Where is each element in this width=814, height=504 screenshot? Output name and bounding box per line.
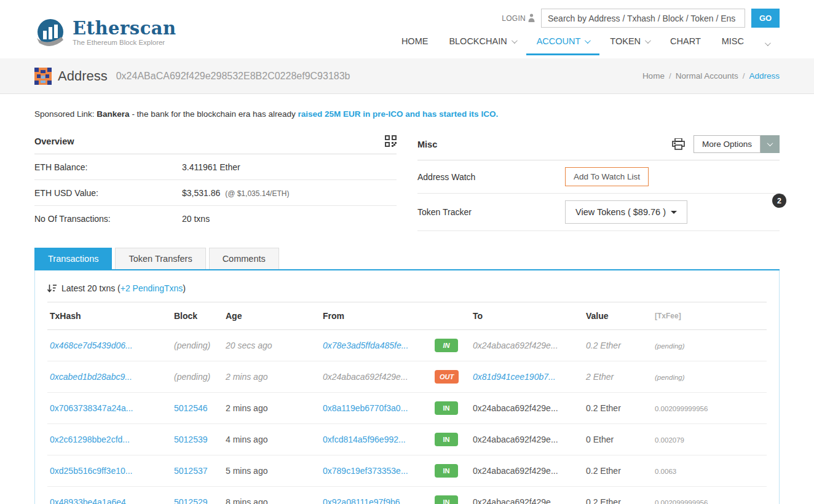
nav-item-label: HOME	[401, 36, 429, 46]
add-to-watch-list-button[interactable]: Add To Watch List	[565, 167, 649, 186]
block-link[interactable]: 5012546	[174, 403, 208, 413]
print-icon[interactable]	[672, 138, 685, 150]
address-identicon	[34, 68, 52, 85]
from-address-link[interactable]: 0xfcd814a5f96e992...	[323, 435, 406, 444]
misc-title: Misc	[417, 140, 437, 149]
breadcrumb-item-home[interactable]: Home	[642, 71, 665, 81]
transaction-row: 0x468ce7d5439d06...(pending)20 secs ago0…	[47, 330, 767, 361]
token-count-badge: 2	[772, 194, 786, 208]
eth-balance-label: ETH Balance:	[34, 162, 182, 172]
overview-title: Overview	[34, 136, 74, 146]
table-body: 0x468ce7d5439d06...(pending)20 secs ago0…	[47, 330, 767, 504]
direction-badge-in: IN	[435, 495, 458, 504]
login-link[interactable]: LOGIN	[502, 14, 535, 23]
direction-badge-in: IN	[435, 339, 458, 352]
brand-title: Etherscan	[73, 20, 176, 37]
chevron-down-icon	[585, 37, 591, 44]
nav-item-home[interactable]: HOME	[391, 36, 439, 55]
block-link[interactable]: 5012537	[174, 466, 208, 476]
block-link[interactable]: 5012529	[174, 497, 208, 504]
table-header-row: TxHashBlockAgeFromToValue[TxFee]	[47, 302, 767, 330]
more-options-dropdown[interactable]	[761, 135, 780, 153]
tab-token-transfers[interactable]: Token Transfers	[115, 248, 205, 269]
sort-descending-icon	[47, 284, 57, 293]
breadcrumb: Home/Normal Accounts/Address	[642, 71, 780, 81]
qr-code-icon[interactable]	[385, 135, 397, 147]
nav-item-blockchain[interactable]: BLOCKCHAIN	[438, 36, 526, 55]
transaction-row: 0xd25b516c9ff3e10...50125375 mins ago0x7…	[47, 455, 767, 487]
address-strip: Address 0x24ABaCA692f429e298532E8B2C0228…	[0, 58, 814, 94]
nav-item-chart[interactable]: CHART	[660, 36, 711, 55]
page-title: Address	[58, 68, 108, 84]
txhash-link[interactable]: 0xcabed1bd28abc9...	[50, 372, 132, 382]
eth-usd-row: ETH USD Value: $3,531.86 (@ $1,035.14/ET…	[34, 180, 397, 206]
chevron-down-icon	[765, 40, 771, 46]
nav-item-account[interactable]: ACCOUNT	[526, 36, 600, 55]
breadcrumb-item-address[interactable]: Address	[749, 71, 780, 81]
eth-balance-row: ETH Balance: 3.411961 Ether	[34, 154, 397, 180]
eth-usd-value: $3,531.86	[182, 188, 220, 198]
overview-panel: Overview ETH Balance: 3.411961 Ether ETH…	[34, 130, 397, 232]
from-address-link[interactable]: 0x92a08111e97f9b6...	[323, 497, 407, 504]
search-go-button[interactable]: GO	[751, 9, 780, 28]
view-tokens-label: View Tokens ( $89.76 )	[575, 207, 666, 217]
value-text: 0 Ether	[586, 435, 614, 444]
txhash-link[interactable]: 0x48933be4a1a6e4...	[50, 497, 133, 504]
to-address-link[interactable]: 0x81d941cee190b7...	[473, 372, 556, 382]
txhash-link[interactable]: 0x7063738347a24a...	[50, 403, 133, 413]
nav-item-label: CHART	[670, 36, 701, 46]
breadcrumb-item-normal-accounts[interactable]: Normal Accounts	[676, 71, 738, 81]
eth-usd-label: ETH USD Value:	[34, 188, 182, 198]
column-header-txfee: [TxFee]	[652, 302, 767, 330]
age-text: 2 mins ago	[226, 372, 267, 382]
more-options-button[interactable]: More Options	[693, 135, 780, 153]
direction-badge-in: IN	[435, 464, 458, 478]
nav-item-more[interactable]	[754, 42, 780, 55]
from-address-text: 0x24abaca692f429e...	[323, 372, 408, 382]
txfee-text: (pending)	[655, 342, 685, 350]
txhash-link[interactable]: 0x468ce7d5439d06...	[50, 341, 133, 350]
column-header-from: From	[320, 302, 432, 330]
txn-count-label: No Of Transactions:	[34, 214, 182, 224]
view-tokens-button[interactable]: View Tokens ( $89.76 )	[565, 200, 687, 224]
chevron-down-icon	[512, 37, 518, 44]
more-options-label: More Options	[693, 135, 761, 153]
breadcrumb-separator: /	[669, 71, 671, 81]
tab-transactions[interactable]: Transactions	[34, 248, 112, 269]
sponsored-middle: - the bank for the blockchain era has al…	[130, 109, 298, 119]
column-header-txhash: TxHash	[47, 302, 172, 330]
age-text: 5 mins ago	[226, 466, 267, 476]
txfee-text: 0.002099999956	[655, 499, 708, 504]
tab-bar: TransactionsToken TransfersComments	[34, 248, 780, 270]
from-address-link[interactable]: 0x789c19ef373353e...	[323, 466, 408, 476]
pending-txns-link[interactable]: +2 PendingTxns	[121, 283, 183, 293]
transaction-row: 0x2c61298bbe2cfd...50125394 mins ago0xfc…	[47, 424, 767, 455]
txhash-link[interactable]: 0xd25b516c9ff3e10...	[50, 466, 132, 476]
value-text: 2 Ether	[586, 372, 614, 382]
sponsored-cta-link[interactable]: raised 25M EUR in pre-ICO and has starte…	[298, 109, 499, 119]
token-tracker-row: Token Tracker View Tokens ( $89.76 ) 2	[417, 194, 780, 231]
nav-item-misc[interactable]: MISC	[711, 36, 754, 55]
txfee-text: 0.002099999956	[655, 405, 708, 412]
column-header-block: Block	[172, 302, 223, 330]
to-address-text: 0x24abaca692f429e...	[473, 435, 558, 444]
direction-badge-in: IN	[435, 433, 458, 446]
main-content: Sponsored Link: Bankera - the bank for t…	[0, 109, 814, 504]
transaction-row: 0x7063738347a24a...50125462 mins ago0x8a…	[47, 393, 767, 424]
tab-comments[interactable]: Comments	[209, 248, 279, 269]
block-link[interactable]: 5012539	[174, 435, 208, 444]
sponsored-prefix: Sponsored Link:	[34, 109, 97, 119]
from-address-link[interactable]: 0x8a119eb6770f3a0...	[323, 403, 408, 413]
direction-badge-out: OUT	[435, 370, 459, 384]
address-hash: 0x24ABaCA692f429e298532E8B2C0228ef9C9318…	[116, 71, 350, 82]
login-label: LOGIN	[502, 14, 526, 23]
block-pending: (pending)	[174, 341, 210, 350]
txhash-link[interactable]: 0x2c61298bbe2cfd...	[50, 435, 130, 444]
txfee-text: 0.0063	[655, 468, 676, 475]
search-input[interactable]	[541, 9, 745, 28]
etherscan-logo[interactable]: Etherscan The Ethereum Block Explorer	[34, 7, 176, 58]
column-header-to: To	[470, 302, 583, 330]
nav-item-token[interactable]: TOKEN	[599, 36, 660, 55]
from-address-link[interactable]: 0x78e3ad5ffda485fe...	[323, 341, 408, 350]
block-pending: (pending)	[174, 372, 210, 382]
